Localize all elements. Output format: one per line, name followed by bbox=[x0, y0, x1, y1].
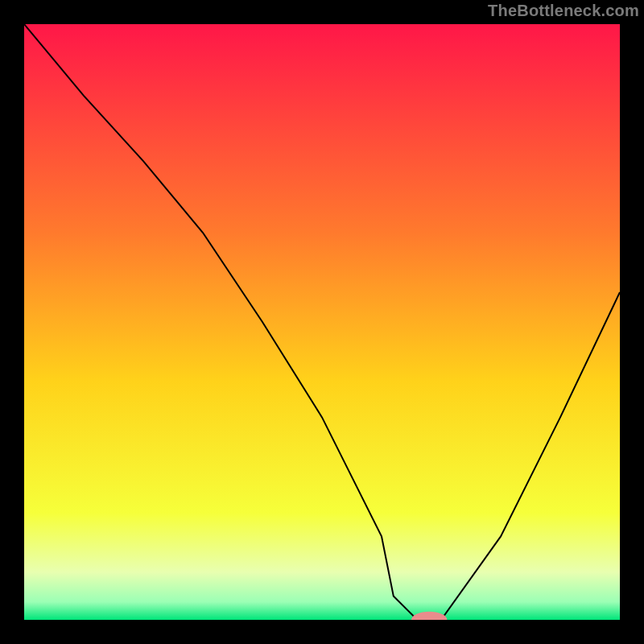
gradient-background bbox=[24, 24, 620, 620]
chart-svg bbox=[24, 24, 620, 620]
chart-frame: TheBottleneck.com bbox=[0, 0, 644, 644]
plot-area bbox=[24, 24, 620, 620]
watermark-text: TheBottleneck.com bbox=[488, 2, 639, 20]
